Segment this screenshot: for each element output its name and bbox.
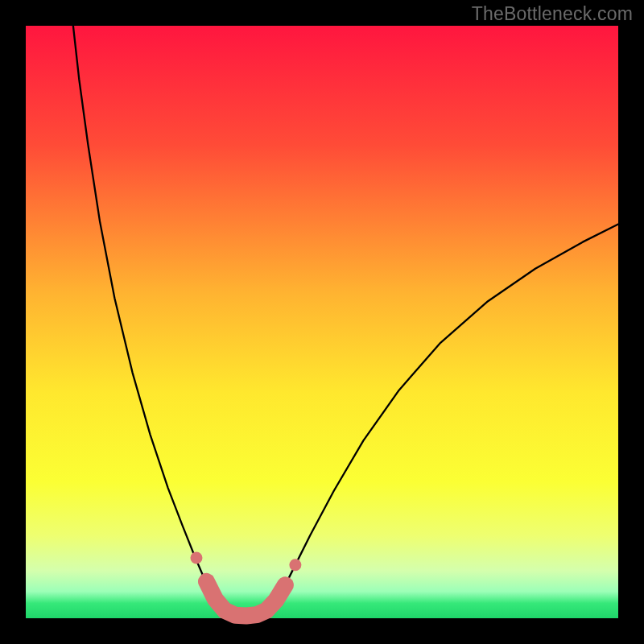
plot-background: [26, 26, 618, 618]
chart-frame: TheBottleneck.com: [0, 0, 644, 644]
bottleneck-chart: [0, 0, 644, 644]
watermark-text: TheBottleneck.com: [472, 3, 633, 25]
marker-dot: [190, 551, 202, 564]
marker-dot: [289, 559, 301, 571]
